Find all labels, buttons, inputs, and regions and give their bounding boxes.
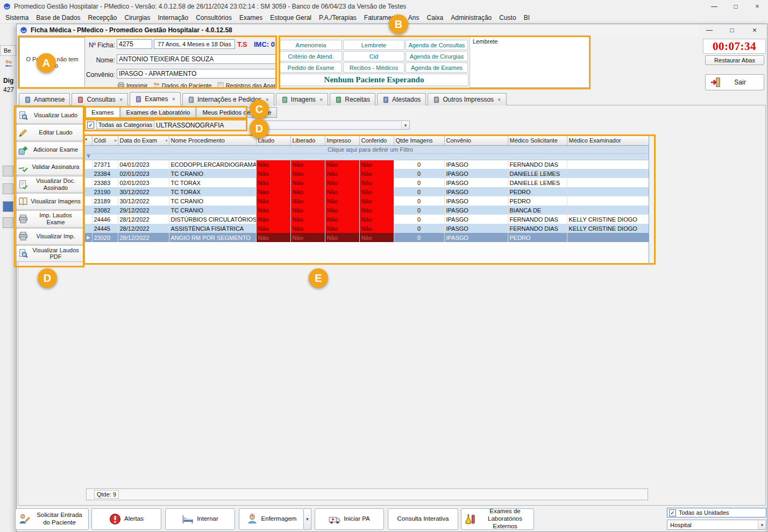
subtab-exames-de-laboratorio[interactable]: Exames de Laboratório bbox=[120, 107, 196, 118]
convenio-input[interactable]: IPASGO - APARTAMENTO bbox=[117, 69, 276, 79]
exam-row-27371[interactable]: 2737104/01/2023ECODOPPLERCARDIOGRAMANãoN… bbox=[85, 160, 649, 169]
quick-button-pedido-de-exame[interactable]: Pedido de Exame bbox=[280, 62, 342, 73]
close-tab-icon[interactable]: × bbox=[119, 96, 123, 103]
todas-unidades-panel[interactable]: ✓ Todas as Unidades bbox=[667, 508, 766, 517]
quick-button-criterio-de-atend[interactable]: Critério de Atend. bbox=[280, 51, 342, 61]
bottom-button-alertas[interactable]: Alertas bbox=[91, 508, 161, 530]
close-tab-icon[interactable]: × bbox=[172, 96, 175, 102]
column-header-qtde-imagens[interactable]: Qtde Imagens bbox=[394, 136, 444, 145]
bottom-button-solicitar-entrada-do-paciente[interactable]: Solicitar Entrada do Paciente bbox=[15, 508, 89, 530]
exam-row-23020[interactable]: ▶2302028/12/2022ANGIO RM POR SEGMENTONão… bbox=[85, 233, 649, 242]
menu-item-custo[interactable]: Custo bbox=[495, 13, 520, 23]
menu-item-exames[interactable]: Exames bbox=[236, 13, 266, 23]
tab-anamnese[interactable]: Anamnese bbox=[19, 93, 70, 105]
menu-item-base-de-dados[interactable]: Base de Dados bbox=[32, 13, 84, 23]
ficha-number-input[interactable]: 4275 bbox=[117, 39, 152, 49]
menu-item-estoque-geral[interactable]: Estoque Geral bbox=[266, 13, 315, 23]
column-header-impresso[interactable]: Impresso bbox=[325, 136, 359, 145]
action-visualizar-laudos-pdf[interactable]: Visualizar Laudos PDF bbox=[16, 245, 84, 262]
tab-consultas[interactable]: Consultas× bbox=[72, 93, 128, 105]
tab-atestados[interactable]: Atestados bbox=[377, 93, 426, 105]
unit-combobox[interactable]: Hospital ▾ bbox=[667, 520, 766, 530]
chevron-down-icon[interactable]: ▾ bbox=[758, 520, 766, 529]
action-validar-assinatura[interactable]: Validar Assinatura bbox=[16, 159, 84, 175]
action-adicionar-exame[interactable]: Adicionar Exame bbox=[16, 141, 84, 158]
ts-button[interactable]: T.S bbox=[237, 40, 247, 48]
exam-row-23190[interactable]: 2319030/12/2022TC TORAXNãoNãoNãoNão0IPAS… bbox=[85, 187, 649, 196]
column-header-data-do-exam[interactable]: Data do Exam▾ bbox=[118, 136, 169, 145]
menu-item-sistema[interactable]: Sistema bbox=[2, 13, 32, 23]
column-header-codi[interactable]: Códi▾ bbox=[92, 136, 118, 145]
action-editar-laudo[interactable]: Editar Laudo bbox=[16, 124, 84, 141]
chevron-down-icon[interactable]: ▾ bbox=[401, 121, 409, 129]
menu-item-caixa[interactable]: Caixa bbox=[423, 13, 447, 23]
minimize-button[interactable]: — bbox=[698, 24, 721, 36]
patient-toolbar-button-imprimir[interactable]: Imprimir bbox=[117, 82, 148, 89]
tab-receitas[interactable]: Receitas bbox=[330, 93, 375, 105]
close-button[interactable]: × bbox=[746, 0, 768, 12]
imc-button[interactable]: IMC: 0 bbox=[254, 40, 275, 48]
close-tab-icon[interactable]: × bbox=[319, 96, 323, 103]
tab-outros-impressos[interactable]: Outros Impressos× bbox=[428, 93, 506, 105]
enfermagem-dropdown-button[interactable]: ▾ bbox=[304, 508, 311, 530]
todas-categorias-checkbox[interactable]: ✓ bbox=[87, 122, 94, 129]
bottom-button-enfermagem[interactable]: Enfermagem bbox=[239, 508, 304, 530]
column-header-medico-solicitante[interactable]: Médico Solicitante bbox=[508, 136, 567, 145]
exit-button[interactable]: Sair bbox=[705, 74, 764, 90]
bottom-button-iniciar-pa[interactable]: Iniciar PA bbox=[315, 508, 384, 530]
todas-categorias-label[interactable]: Todas as Categorias bbox=[96, 120, 154, 129]
exam-row-23082[interactable]: 2308229/12/2022TC CRANIONãoNãoNãoNão0IPA… bbox=[85, 205, 649, 215]
exam-row-23189[interactable]: 2318930/12/2022TC CRANIONãoNãoNãoNão0IPA… bbox=[85, 196, 649, 205]
maximize-button[interactable]: □ bbox=[721, 24, 743, 36]
quick-button-lembrete[interactable]: Lembrete bbox=[343, 40, 404, 50]
column-header-nome-procedimento[interactable]: Nome Procedimento bbox=[169, 136, 256, 145]
exam-row-23383[interactable]: 2338302/01/2023TC TORAXNãoNãoNãoNão0IPAS… bbox=[85, 178, 649, 187]
column-header-medico-examinador[interactable]: Médico Examinador bbox=[567, 136, 649, 145]
quick-button-agenda-de-consultas[interactable]: Agenda de Consultas bbox=[406, 40, 468, 50]
action-visualizar-doc-assinado[interactable]: Visualizar Doc. Assinado bbox=[16, 176, 84, 193]
action-imp-laudos-exame[interactable]: Imp. Laudos Exame bbox=[16, 210, 84, 227]
close-button[interactable]: × bbox=[743, 24, 766, 36]
bottom-button-exames-de-laboratorios-externos[interactable]: Exames de Laboratórios Externos bbox=[461, 508, 534, 530]
exam-row-23384[interactable]: 2338402/01/2023TC CRANIONãoNãoNãoNão0IPA… bbox=[85, 169, 649, 178]
action-visualizar-laudo[interactable]: Visualizar Laudo bbox=[16, 107, 84, 124]
menu-item-internacao[interactable]: Internação bbox=[154, 13, 192, 23]
menu-item-bi[interactable]: BI bbox=[520, 13, 534, 23]
quick-button-recibos-medicos[interactable]: Recibos - Médicos bbox=[343, 62, 404, 73]
filter-hint-row[interactable]: Clique aqui para definir um Filtro bbox=[85, 145, 649, 153]
column-header-liberado[interactable]: Liberado bbox=[290, 136, 325, 145]
action-visualizar-imagens[interactable]: Visualizar Imagens bbox=[16, 193, 84, 210]
quick-button-amenorreia[interactable]: Amenorreia bbox=[280, 40, 342, 50]
action-visualizar-imp[interactable]: Visualizar Imp. bbox=[16, 228, 84, 245]
quick-button-agenda-de-exames[interactable]: Agenda de Exames bbox=[406, 62, 468, 73]
menu-item-consultorios[interactable]: Consultórios bbox=[192, 13, 236, 23]
auto-filter-row[interactable] bbox=[85, 153, 649, 160]
maximize-button[interactable]: □ bbox=[725, 0, 746, 12]
quick-button-cid[interactable]: Cid bbox=[343, 51, 404, 61]
bottom-button-consulta-interativa[interactable]: Consulta Interativa bbox=[388, 508, 458, 530]
restore-tabs-button[interactable]: Restaurar Abas bbox=[705, 55, 764, 65]
menu-item-cirurgias[interactable]: Cirurgias bbox=[120, 13, 154, 23]
bottom-button-internar[interactable]: Internar bbox=[165, 508, 235, 530]
column-header-conferido[interactable]: Conferido bbox=[359, 136, 394, 145]
close-tab-icon[interactable]: × bbox=[497, 96, 501, 103]
chevron-down-icon[interactable]: ▾ bbox=[165, 138, 167, 143]
exam-row-24446[interactable]: 2444628/12/2022DISTÚRBIOS CIRCULATÓRIOSN… bbox=[85, 215, 649, 224]
tab-exames[interactable]: Exames× bbox=[130, 92, 181, 105]
todas-unidades-checkbox[interactable]: ✓ bbox=[669, 509, 676, 516]
subtab-exames[interactable]: Exames bbox=[86, 107, 120, 118]
minimize-button[interactable]: — bbox=[703, 0, 725, 12]
column-header-convenio[interactable]: Convênio bbox=[444, 136, 508, 145]
lembrete-panel[interactable]: Lembrete bbox=[470, 37, 589, 88]
exam-row-24445[interactable]: 2444528/12/2022ASSISTÊNCIA FISIÁTRICANão… bbox=[85, 224, 649, 233]
chevron-down-icon[interactable]: ▾ bbox=[114, 138, 116, 143]
patient-name-input[interactable]: ANTONIO TEIXEIRA DE SOUZA bbox=[117, 54, 276, 64]
patient-toolbar-button-dados-do-paciente[interactable]: Dados do Paciente bbox=[153, 82, 212, 89]
menu-item-recepcao[interactable]: Recepção bbox=[84, 13, 120, 23]
exam-filter-combobox[interactable]: ▾ bbox=[253, 120, 410, 130]
menu-item-administracao[interactable]: Administração bbox=[447, 13, 495, 23]
tab-imagens[interactable]: Imagens× bbox=[276, 93, 328, 105]
patient-toolbar-button-registros-das-anamneses-log[interactable]: Registros das Anamneses (Log bbox=[217, 82, 276, 89]
menu-item-p-a-terapias[interactable]: P.A./Terapias bbox=[315, 13, 360, 23]
quick-button-agenda-de-cirurgias[interactable]: Agenda de Cirurgias bbox=[406, 51, 468, 61]
